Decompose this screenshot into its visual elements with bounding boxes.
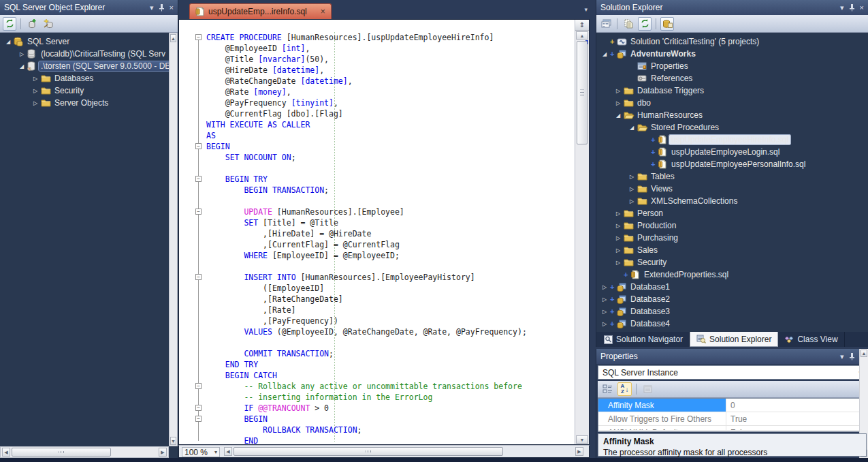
code-line[interactable]: END <box>206 435 574 444</box>
collapse-region-icon[interactable]: − <box>195 416 202 422</box>
collapse-region-icon[interactable]: − <box>195 34 202 40</box>
tool-tab-solution-explorer[interactable]: Solution Explorer <box>690 332 778 347</box>
code-line[interactable]: AS <box>206 130 574 141</box>
expand-arrow-icon[interactable]: ▷ <box>599 284 610 290</box>
tree-item-purchasing[interactable]: ▷Purchasing <box>596 232 868 244</box>
code-line[interactable]: INSERT INTO [HumanResources].[EmployeePa… <box>206 272 574 283</box>
pin-icon[interactable] <box>849 4 855 12</box>
code-line[interactable]: -- inserting information in the ErrorLog <box>206 392 574 403</box>
code-line[interactable]: VALUES (@EmployeeID, @RateChangeDate, @R… <box>206 326 574 337</box>
scroll-left-icon[interactable]: ◀ <box>2 448 10 457</box>
splitter-handle-icon[interactable]: ⇕ <box>575 20 589 31</box>
code-line[interactable]: CREATE PROCEDURE [HumanResources].[uspUp… <box>206 32 574 43</box>
tree-item-solution-criticaltesting-5-projects[interactable]: +Solution 'CriticalTesting' (5 projects) <box>596 35 868 48</box>
tree-item-database-triggers[interactable]: ▷Database Triggers <box>596 84 868 97</box>
tree-item-dbo[interactable]: ▷dbo <box>596 97 868 109</box>
code-line[interactable] <box>206 196 574 206</box>
close-document-icon[interactable]: × <box>321 7 325 16</box>
code-line[interactable]: @Title [nvarchar](50), <box>206 54 574 65</box>
property-value[interactable]: 0 <box>726 399 866 412</box>
tree-item-database1[interactable]: ▷+Database1 <box>596 281 868 293</box>
expand-arrow-icon[interactable]: ▷ <box>613 235 624 241</box>
tree-item-database4[interactable]: ▷+Database4 <box>596 318 868 330</box>
property-row-allow-triggers-to-fire-others[interactable]: Allow Triggers to Fire OthersTrue <box>598 412 866 426</box>
code-line[interactable]: ,[Rate] <box>206 305 574 315</box>
code-line[interactable] <box>206 261 574 272</box>
code-line[interactable] <box>206 337 574 348</box>
scroll-up-icon[interactable]: ▲ <box>170 34 176 42</box>
code-line[interactable]: ,[RateChangeDate] <box>206 294 574 305</box>
scroll-up-icon[interactable]: ▲ <box>861 350 867 357</box>
code-line[interactable]: @Rate [money], <box>206 87 574 97</box>
tree-item-xmlschemacollections[interactable]: ▷XMLSchemaCollections <box>596 195 868 207</box>
expand-arrow-icon[interactable]: ▷ <box>626 198 637 204</box>
scroll-right-icon[interactable]: ▶ <box>575 447 583 456</box>
expand-arrow-icon[interactable]: ▷ <box>613 223 624 229</box>
code-line[interactable]: @CurrentFlag [dbo].[Flag] <box>206 108 574 119</box>
scroll-left-icon[interactable]: ◀ <box>224 447 232 456</box>
code-line[interactable]: BEGIN CATCH <box>206 370 574 381</box>
code-line[interactable]: SET [Title] = @Title <box>206 217 574 228</box>
code-area[interactable]: CREATE PROCEDURE [HumanResources].[uspUp… <box>206 20 574 444</box>
expand-arrow-icon[interactable]: ▷ <box>626 174 637 180</box>
property-value[interactable]: False <box>726 426 866 430</box>
object-explorer-titlebar[interactable]: SQL Server Object Explorer ▾ × <box>0 0 178 15</box>
expand-arrow-icon[interactable]: ▷ <box>613 100 624 106</box>
code-line[interactable]: COMMIT TRANSACTION; <box>206 348 574 359</box>
tree-item-person[interactable]: ▷Person <box>596 207 868 219</box>
collapse-region-icon[interactable]: − <box>195 176 202 182</box>
tree-item-security[interactable]: ▷Security <box>596 256 868 268</box>
properties-window-icon[interactable] <box>599 17 613 31</box>
code-line[interactable]: WITH EXECUTE AS CALLER <box>206 119 574 130</box>
tree-item-database3[interactable]: ▷+Database3 <box>596 305 868 318</box>
property-name[interactable]: Allow Triggers to Fire Others <box>598 412 726 425</box>
code-line[interactable]: @HireDate [datetime], <box>206 65 574 76</box>
expand-arrow-icon[interactable]: ▷ <box>30 76 41 82</box>
code-line[interactable] <box>206 163 574 174</box>
code-line[interactable]: UPDATE [HumanResources].[Employee] <box>206 206 574 217</box>
expand-arrow-icon[interactable]: ▷ <box>626 186 637 192</box>
code-line[interactable]: ROLLBACK TRANSACTION; <box>206 425 574 435</box>
tree-item-production[interactable]: ▷Production <box>596 219 868 232</box>
deploy-database-icon[interactable] <box>660 17 674 31</box>
tree-item-extendedproperties-sql[interactable]: +ExtendedProperties.sql <box>596 268 868 281</box>
code-line[interactable]: ([EmployeeID] <box>206 283 574 294</box>
tool-tab-class-view[interactable]: Class View <box>778 332 844 347</box>
expand-arrow-icon[interactable]: ▷ <box>30 100 41 106</box>
document-tab[interactable]: uspUpdateEmp...ireInfo.sql × <box>189 3 332 19</box>
new-database-icon[interactable] <box>25 17 39 31</box>
collapse-region-icon[interactable]: − <box>195 274 202 280</box>
selected-object-combo[interactable]: SQL Server Instance ▾ <box>598 365 867 380</box>
code-line[interactable]: ,[HireDate] = @HireDate <box>206 228 574 239</box>
tree-item-sql-server[interactable]: ◢SQL Server <box>0 35 169 48</box>
code-line[interactable]: BEGIN TRANSACTION; <box>206 185 574 196</box>
document-list-dropdown-icon[interactable]: ▾ <box>584 6 588 13</box>
tree-item-localdb-criticaltesting-sql-serv[interactable]: ▷(localdb)\CriticalTesting (SQL Serv <box>0 48 169 60</box>
code-line[interactable]: @RateChangeDate [datetime], <box>206 76 574 87</box>
collapse-arrow-icon[interactable]: ◢ <box>3 39 14 45</box>
categorized-icon[interactable] <box>600 382 615 396</box>
tree-item-uspupdateemployeehireinfo-sql[interactable]: +uspUpdateEmployeeHireInfo.sql <box>596 134 868 146</box>
code-line[interactable]: END TRY <box>206 359 574 370</box>
expand-arrow-icon[interactable]: ▷ <box>613 211 624 217</box>
collapse-arrow-icon[interactable]: ◢ <box>626 125 637 131</box>
window-position-icon[interactable]: ▾ <box>840 4 844 12</box>
properties-titlebar[interactable]: Properties ▾ × <box>596 349 868 364</box>
tree-item-stored-procedures[interactable]: ◢Stored Procedures <box>596 121 868 134</box>
tree-item-adventureworks[interactable]: ◢+AdventureWorks <box>596 48 868 60</box>
tree-item-sales[interactable]: ▷Sales <box>596 244 868 256</box>
code-editor-surface[interactable]: −−−−−−−− CREATE PROCEDURE [HumanResource… <box>178 19 590 445</box>
pin-icon[interactable] <box>159 4 165 12</box>
expand-arrow-icon[interactable]: ▷ <box>30 88 41 94</box>
expand-arrow-icon[interactable]: ▷ <box>613 247 624 253</box>
code-line[interactable]: @EmployeeID [int], <box>206 43 574 54</box>
code-line[interactable]: ,[CurrentFlag] = @CurrentFlag <box>206 239 574 250</box>
object-explorer-horizontal-scrollbar[interactable]: ◀ ▶ <box>0 446 169 458</box>
collapse-region-icon[interactable]: − <box>195 383 202 389</box>
property-pages-icon[interactable] <box>641 382 655 396</box>
property-name[interactable]: Affinity Mask <box>598 399 726 412</box>
expand-arrow-icon[interactable]: ▷ <box>613 260 624 266</box>
property-name[interactable]: ANSI NULL Default <box>598 426 726 430</box>
property-row-affinity-mask[interactable]: Affinity Mask0 <box>598 399 866 412</box>
collapse-arrow-icon[interactable]: ◢ <box>16 63 27 70</box>
